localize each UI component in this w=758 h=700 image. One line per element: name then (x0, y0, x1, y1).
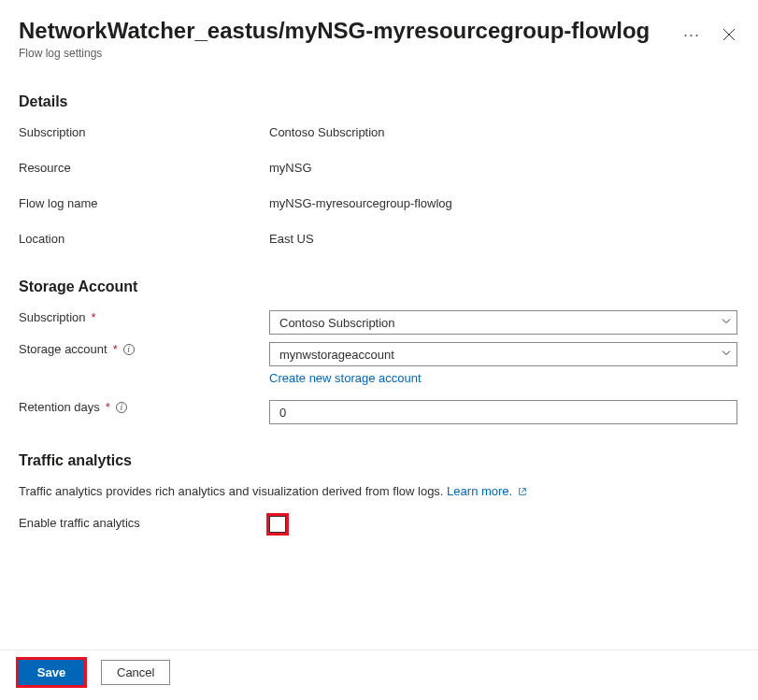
details-section-title: Details (19, 93, 737, 110)
retention-row: Retention days * i (19, 400, 737, 424)
flow-log-settings-blade: NetworkWatcher_eastus/myNSG-myresourcegr… (0, 0, 758, 700)
storage-account-dropdown[interactable] (269, 342, 737, 366)
external-link-icon (518, 485, 527, 499)
traffic-description: Traffic analytics provides rich analytic… (19, 484, 737, 499)
save-button[interactable]: Save (19, 660, 84, 685)
info-icon[interactable]: i (123, 344, 135, 355)
title-block: NetworkWatcher_eastus/myNSG-myresourcegr… (19, 17, 683, 60)
required-asterisk: * (113, 342, 118, 356)
learn-more-link[interactable]: Learn more. (447, 484, 527, 498)
more-actions-icon[interactable]: ··· (683, 26, 700, 43)
storage-subscription-row: Subscription * (19, 310, 737, 335)
details-flowlog-row: Flow log name myNSG-myresourcegroup-flow… (19, 196, 737, 215)
storage-account-label-text: Storage account (19, 342, 107, 356)
details-location-value: East US (269, 232, 737, 246)
info-icon[interactable]: i (116, 402, 127, 413)
learn-more-text: Learn more. (447, 484, 512, 498)
retention-days-input[interactable] (269, 400, 737, 424)
close-icon[interactable] (722, 28, 736, 41)
create-storage-link-row: Create new storage account (269, 370, 737, 385)
storage-subscription-input[interactable] (269, 310, 737, 335)
retention-label: Retention days * i (19, 400, 269, 414)
blade-footer: Save Cancel (0, 650, 758, 700)
storage-account-label: Storage account * i (19, 342, 269, 356)
cancel-button[interactable]: Cancel (101, 660, 170, 685)
svg-line-2 (522, 489, 525, 493)
required-asterisk: * (92, 310, 96, 324)
header-actions: ··· (683, 26, 736, 43)
storage-account-row: Storage account * i (19, 342, 737, 366)
blade-header: NetworkWatcher_eastus/myNSG-myresourcegr… (0, 0, 758, 65)
required-asterisk: * (106, 400, 110, 414)
details-resource-value: myNSG (269, 161, 737, 175)
details-subscription-row: Subscription Contoso Subscription (19, 125, 737, 144)
storage-subscription-label-text: Subscription (19, 310, 86, 324)
details-resource-label: Resource (19, 161, 269, 175)
details-subscription-value: Contoso Subscription (269, 125, 737, 139)
enable-traffic-checkbox[interactable] (269, 516, 286, 533)
storage-section-title: Storage Account (19, 279, 737, 295)
details-resource-row: Resource myNSG (19, 161, 737, 179)
details-location-label: Location (19, 232, 269, 246)
storage-subscription-dropdown[interactable] (269, 310, 737, 335)
enable-traffic-row: Enable traffic analytics (19, 516, 737, 536)
retention-label-text: Retention days (19, 400, 100, 414)
enable-traffic-label: Enable traffic analytics (19, 516, 269, 530)
page-subtitle: Flow log settings (19, 47, 683, 60)
details-subscription-label: Subscription (19, 125, 269, 139)
page-title: NetworkWatcher_eastus/myNSG-myresourcegr… (19, 17, 683, 45)
traffic-section-title: Traffic analytics (19, 452, 737, 469)
details-flowlog-value: myNSG-myresourcegroup-flowlog (269, 196, 737, 210)
storage-account-input[interactable] (269, 342, 737, 366)
create-storage-link[interactable]: Create new storage account (269, 371, 422, 385)
blade-content: Details Subscription Contoso Subscriptio… (0, 65, 758, 653)
details-flowlog-label: Flow log name (19, 196, 269, 210)
traffic-description-text: Traffic analytics provides rich analytic… (19, 484, 443, 498)
details-location-row: Location East US (19, 232, 737, 250)
storage-subscription-label: Subscription * (19, 310, 269, 324)
